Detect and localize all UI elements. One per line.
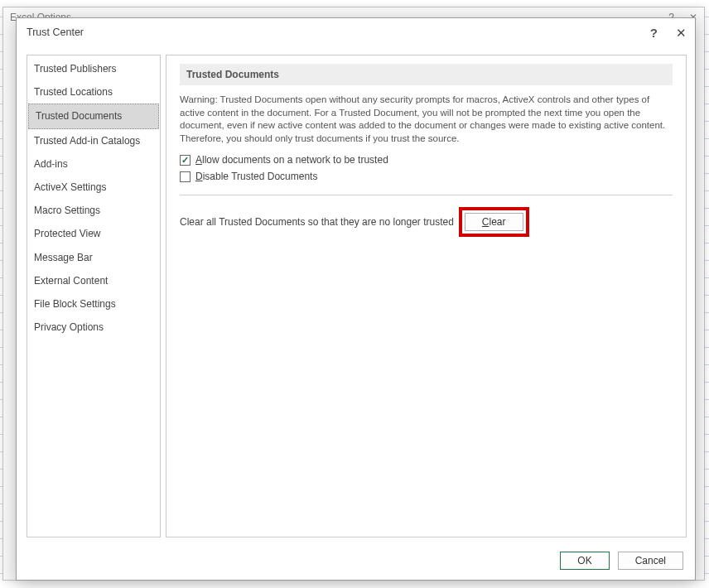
disable-trusted-docs-checkbox[interactable]: Disable Trusted Documents <box>180 171 673 182</box>
warning-text: Warning: Trusted Documents open without … <box>180 94 673 145</box>
dialog-footer: OK Cancel <box>17 546 695 580</box>
checkbox-icon <box>180 171 191 182</box>
section-header: Trusted Documents <box>180 64 673 85</box>
help-icon[interactable]: ? <box>650 26 658 40</box>
sidebar-item-message-bar[interactable]: Message Bar <box>27 246 160 269</box>
dialog-title: Trust Center <box>27 27 84 38</box>
checkbox-label: Disable Trusted Documents <box>195 171 317 182</box>
checkbox-label: Allow documents on a network to be trust… <box>195 154 388 166</box>
sidebar-item-trusted-locations[interactable]: Trusted Locations <box>27 80 160 104</box>
sidebar: Trusted PublishersTrusted LocationsTrust… <box>27 55 161 537</box>
checkbox-icon <box>180 155 191 166</box>
divider <box>180 195 673 195</box>
sidebar-item-protected-view[interactable]: Protected View <box>27 222 160 245</box>
clear-row: Clear all Trusted Documents so that they… <box>180 207 673 237</box>
clear-button[interactable]: Clear <box>465 213 523 231</box>
dialog-body: Trusted PublishersTrusted LocationsTrust… <box>17 46 695 546</box>
titlebar: Trust Center ? ✕ <box>17 18 695 46</box>
sidebar-item-trusted-publishers[interactable]: Trusted Publishers <box>27 57 160 80</box>
ok-button[interactable]: OK <box>560 552 609 570</box>
sidebar-item-trusted-documents[interactable]: Trusted Documents <box>28 104 159 128</box>
close-icon[interactable]: ✕ <box>676 27 687 39</box>
allow-network-trust-checkbox[interactable]: Allow documents on a network to be trust… <box>180 154 673 166</box>
sidebar-item-activex-settings[interactable]: ActiveX Settings <box>27 176 160 199</box>
sidebar-item-macro-settings[interactable]: Macro Settings <box>27 199 160 222</box>
cancel-button[interactable]: Cancel <box>618 552 683 570</box>
sidebar-item-trusted-add-in-catalogs[interactable]: Trusted Add-in Catalogs <box>27 129 160 152</box>
sidebar-item-external-content[interactable]: External Content <box>27 269 160 292</box>
sidebar-item-file-block-settings[interactable]: File Block Settings <box>27 292 160 316</box>
sidebar-item-add-ins[interactable]: Add-ins <box>27 152 160 176</box>
content-panel: Trusted Documents Warning: Trusted Docum… <box>166 55 687 537</box>
trust-center-dialog: Trust Center ? ✕ Trusted PublishersTrust… <box>16 17 696 581</box>
sidebar-item-privacy-options[interactable]: Privacy Options <box>27 316 160 339</box>
clear-description: Clear all Trusted Documents so that they… <box>180 216 454 228</box>
clear-button-highlight: Clear <box>459 207 529 237</box>
